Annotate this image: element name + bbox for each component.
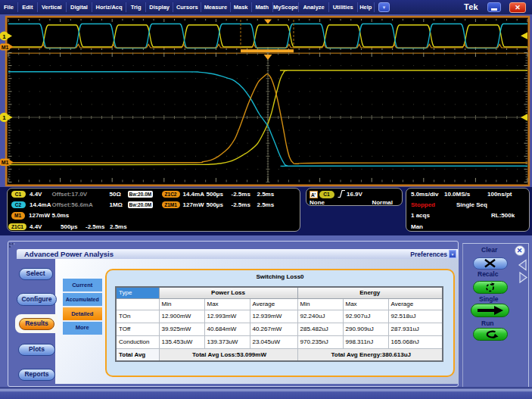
svg-text:M1: M1	[2, 45, 9, 50]
svg-text:1: 1	[2, 114, 6, 121]
svg-text:1: 1	[2, 33, 6, 40]
svg-text:M1: M1	[2, 160, 9, 165]
